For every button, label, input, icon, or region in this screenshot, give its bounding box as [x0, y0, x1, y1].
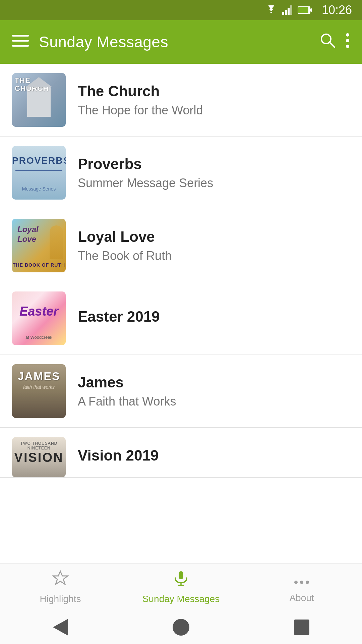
- svg-rect-0: [282, 12, 284, 15]
- status-time: 10:26: [322, 3, 352, 17]
- nav-item-sunday-messages[interactable]: Sunday Messages: [121, 570, 241, 604]
- series-title: Vision 2019: [78, 447, 350, 465]
- battery-icon: [298, 6, 312, 14]
- list-item[interactable]: Easter at Woodcreek Easter 2019: [0, 282, 362, 355]
- series-title: The Church: [78, 83, 350, 100]
- nav-item-highlights[interactable]: Highlights: [0, 570, 121, 604]
- series-title: Proverbs: [78, 155, 350, 173]
- android-nav-bar: [0, 610, 362, 644]
- svg-point-12: [346, 33, 349, 37]
- ellipsis-icon: [293, 571, 310, 589]
- svg-rect-3: [290, 5, 292, 15]
- series-subtitle: The Hope for the World: [78, 103, 350, 117]
- list-item[interactable]: TWO THOUSAND NINETEEN VISION Vision 2019: [0, 428, 362, 478]
- svg-point-13: [346, 39, 349, 42]
- series-thumbnail: PROVERBS Message Series: [12, 146, 66, 200]
- series-thumbnail: THECHURCH: [12, 73, 66, 127]
- series-thumbnail: TWO THOUSAND NINETEEN VISION: [12, 437, 66, 477]
- series-info: Easter 2019: [78, 308, 350, 329]
- nav-item-about[interactable]: About: [241, 571, 362, 603]
- signal-icon: [282, 5, 293, 15]
- svg-rect-5: [310, 8, 312, 12]
- star-icon: [52, 570, 69, 590]
- svg-rect-6: [298, 7, 308, 13]
- svg-point-19: [294, 581, 298, 584]
- nav-label-about: About: [289, 593, 314, 603]
- back-button[interactable]: [49, 615, 72, 639]
- series-thumbnail: JAMES faith that works: [12, 364, 66, 418]
- series-subtitle: The Book of Ruth: [78, 249, 350, 263]
- series-info: James A Faith that Works: [78, 374, 350, 409]
- svg-line-11: [330, 43, 335, 47]
- svg-rect-2: [288, 8, 290, 15]
- status-bar: 10:26: [0, 0, 362, 20]
- series-info: Proverbs Summer Message Series: [78, 155, 350, 191]
- list-item[interactable]: JAMES faith that works James A Faith tha…: [0, 355, 362, 428]
- svg-rect-1: [285, 10, 287, 15]
- status-icons: [265, 5, 312, 15]
- series-info: Loyal Love The Book of Ruth: [78, 228, 350, 263]
- svg-point-20: [300, 581, 303, 584]
- svg-point-21: [306, 581, 309, 584]
- list-item[interactable]: LoyalLove THE BOOK OF RUTH Loyal Love Th…: [0, 209, 362, 282]
- svg-rect-8: [12, 40, 29, 42]
- wifi-icon: [265, 5, 278, 15]
- svg-rect-7: [12, 35, 29, 37]
- recent-apps-button[interactable]: [290, 615, 313, 639]
- nav-label-highlights: Highlights: [40, 594, 81, 604]
- bottom-navigation: Highlights Sunday Messages About: [0, 564, 362, 610]
- nav-label-sunday-messages: Sunday Messages: [142, 594, 220, 604]
- more-options-button[interactable]: [345, 33, 350, 51]
- svg-marker-15: [53, 571, 68, 584]
- svg-rect-16: [179, 571, 183, 579]
- microphone-icon: [173, 570, 189, 590]
- series-thumbnail: LoyalLove THE BOOK OF RUTH: [12, 219, 66, 272]
- svg-point-14: [346, 45, 349, 48]
- hamburger-button[interactable]: [12, 35, 29, 49]
- app-bar: Sunday Messages: [0, 20, 362, 64]
- series-subtitle: A Faith that Works: [78, 394, 350, 409]
- series-info: Vision 2019: [78, 447, 350, 468]
- search-button[interactable]: [320, 33, 335, 51]
- series-title: Easter 2019: [78, 308, 350, 326]
- series-list: THECHURCH The Church The Hope for the Wo…: [0, 64, 362, 564]
- series-subtitle: Summer Message Series: [78, 176, 350, 190]
- svg-rect-9: [12, 45, 29, 47]
- home-button[interactable]: [169, 615, 193, 639]
- app-title: Sunday Messages: [39, 33, 310, 51]
- list-item[interactable]: THECHURCH The Church The Hope for the Wo…: [0, 64, 362, 137]
- list-item[interactable]: PROVERBS Message Series Proverbs Summer …: [0, 137, 362, 209]
- series-thumbnail: Easter at Woodcreek: [12, 291, 66, 345]
- series-title: Loyal Love: [78, 228, 350, 246]
- series-info: The Church The Hope for the World: [78, 83, 350, 118]
- series-title: James: [78, 374, 350, 391]
